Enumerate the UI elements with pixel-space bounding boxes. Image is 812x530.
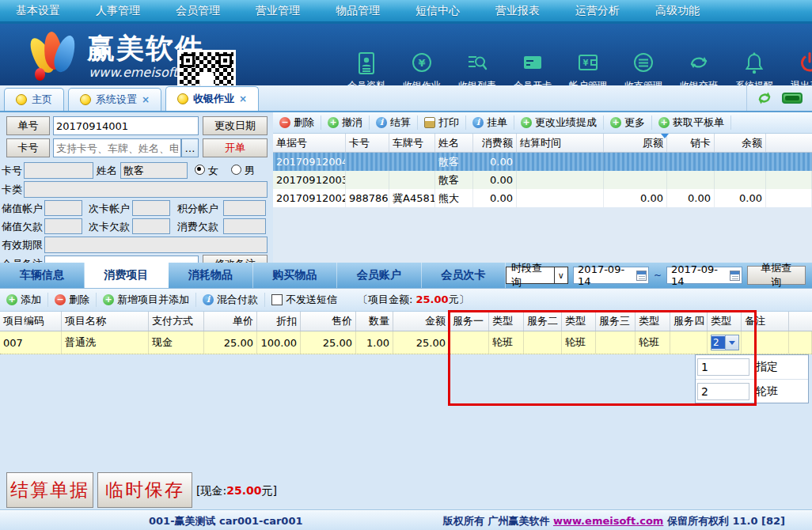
- col-type1[interactable]: 类型: [489, 312, 524, 331]
- stored-account-input[interactable]: [44, 200, 82, 216]
- card-type-input[interactable]: [24, 181, 268, 198]
- col-service3[interactable]: 服务三: [596, 312, 636, 331]
- col-name[interactable]: 姓名: [435, 134, 473, 152]
- menu-basic-settings[interactable]: 基本设置: [0, 4, 80, 18]
- col-original[interactable]: 原额: [604, 134, 667, 152]
- tab-vehicle-info[interactable]: 车辆信息: [0, 263, 85, 288]
- stored-debt-input[interactable]: [44, 218, 82, 234]
- tab-consume-items[interactable]: 消费项目: [85, 263, 169, 288]
- item-row[interactable]: 007 普通洗 现金 25.00 100.00 25.00 1.00 25.00…: [0, 331, 812, 354]
- settle-order-big-button[interactable]: 结算单据: [6, 472, 93, 508]
- menu-reports[interactable]: 营业报表: [480, 4, 560, 18]
- refresh-icon[interactable]: [757, 90, 772, 106]
- card-no-label-button[interactable]: 卡号: [6, 138, 50, 157]
- print-button[interactable]: 打印: [418, 115, 466, 130]
- tab-consumables[interactable]: 消耗物品: [169, 263, 253, 288]
- col-type2[interactable]: 类型: [562, 312, 596, 331]
- monitor-status-icon[interactable]: [782, 93, 803, 104]
- col-qty[interactable]: 数量: [356, 312, 393, 331]
- col-amount[interactable]: 金额: [393, 312, 450, 331]
- chevron-down-icon[interactable]: ∨: [554, 267, 567, 283]
- col-discount[interactable]: 折扣: [257, 312, 301, 331]
- checkbox-icon[interactable]: [271, 294, 283, 305]
- tab-home[interactable]: 主页: [4, 88, 64, 111]
- gender-female-radio[interactable]: 女: [195, 163, 218, 179]
- type4-combobox[interactable]: 2: [711, 335, 739, 350]
- calendar-icon[interactable]: [730, 271, 740, 281]
- settle-order-button[interactable]: 结算: [370, 115, 418, 130]
- col-card-no[interactable]: 卡号: [346, 134, 389, 152]
- change-date-button[interactable]: 更改日期: [203, 116, 268, 135]
- order-query-button[interactable]: 单据查询: [747, 266, 806, 285]
- col-plate-no[interactable]: 车牌号: [389, 134, 435, 152]
- hold-order-button[interactable]: 挂单: [466, 115, 514, 130]
- close-icon[interactable]: ×: [239, 93, 247, 104]
- sort-indicator-icon: [661, 134, 669, 138]
- col-card-cancel[interactable]: 销卡: [667, 134, 715, 152]
- calendar-icon[interactable]: [636, 271, 647, 281]
- tab-system-settings[interactable]: 系统设置 ×: [68, 88, 161, 111]
- gender-male-radio[interactable]: 男: [231, 163, 255, 179]
- menu-hr[interactable]: 人事管理: [80, 4, 160, 18]
- order-row[interactable]: 20170912003 散客 0.00: [273, 171, 812, 189]
- add-item-button[interactable]: 添加: [0, 293, 48, 307]
- tab-member-times-card[interactable]: 会员次卡: [422, 263, 507, 288]
- menu-members[interactable]: 会员管理: [160, 4, 240, 18]
- menu-business[interactable]: 营业管理: [240, 4, 320, 18]
- col-type3[interactable]: 类型: [636, 312, 670, 331]
- col-item-code[interactable]: 项目编码: [0, 312, 62, 331]
- validity-input[interactable]: [44, 237, 268, 253]
- order-row[interactable]: 20170912002 988786 冀A45815 熊大 0.00 0.00 …: [273, 189, 812, 207]
- emeisoft-link[interactable]: www.emeisoft.com: [553, 515, 663, 527]
- open-order-button[interactable]: 开单: [203, 138, 268, 157]
- member-card-input[interactable]: [24, 162, 93, 179]
- times-account-input[interactable]: [132, 200, 170, 216]
- mixed-payment-button[interactable]: 混合付款: [196, 293, 265, 307]
- menu-analysis[interactable]: 运营分析: [560, 4, 639, 18]
- menu-goods[interactable]: 物品管理: [320, 4, 400, 18]
- chevron-down-icon[interactable]: [725, 335, 738, 350]
- col-remark[interactable]: 备注: [742, 312, 789, 331]
- date-from-input[interactable]: 2017-09-14: [573, 267, 649, 284]
- order-row-selected[interactable]: 20170912004 散客 0.00: [273, 153, 812, 171]
- col-service1[interactable]: 服务一: [450, 312, 489, 331]
- col-service4[interactable]: 服务四: [670, 312, 708, 331]
- consume-debt-input[interactable]: [223, 218, 266, 234]
- col-unit-price[interactable]: 单价: [204, 312, 257, 331]
- col-sale-price[interactable]: 售价: [301, 312, 356, 331]
- date-to-input[interactable]: 2017-09-14: [666, 267, 742, 284]
- undo-order-button[interactable]: 撤消: [321, 115, 370, 130]
- tab-cashier-work[interactable]: 收银作业 ×: [165, 86, 259, 111]
- col-order-no[interactable]: 单据号: [273, 134, 346, 152]
- col-amount[interactable]: 消费额: [473, 134, 517, 152]
- order-no-input[interactable]: [53, 116, 199, 135]
- tab-purchased-goods[interactable]: 购买物品: [253, 263, 338, 288]
- delete-item-button[interactable]: 删除: [48, 293, 97, 307]
- dropdown-option-assigned[interactable]: 1 指定: [696, 355, 808, 380]
- new-item-add-button[interactable]: 新增项目并添加: [97, 293, 196, 307]
- no-sms-checkbox[interactable]: 不发送短信: [265, 293, 343, 307]
- card-search-input[interactable]: [53, 138, 181, 157]
- member-name-input[interactable]: [120, 162, 188, 179]
- change-commission-button[interactable]: 更改业绩提成: [514, 115, 604, 130]
- close-icon[interactable]: ×: [142, 94, 150, 105]
- col-type4[interactable]: 类型: [708, 312, 742, 331]
- get-tablet-order-button[interactable]: 获取平板单: [652, 115, 731, 130]
- times-debt-input[interactable]: [132, 218, 170, 234]
- col-item-name[interactable]: 项目名称: [62, 312, 149, 331]
- menu-sms[interactable]: 短信中心: [400, 4, 480, 18]
- delete-order-button[interactable]: 删除: [273, 115, 321, 130]
- points-account-input[interactable]: [223, 200, 266, 216]
- temp-save-button[interactable]: 临时保存: [97, 472, 192, 508]
- col-service2[interactable]: 服务二: [524, 312, 562, 331]
- more-button[interactable]: 更多: [604, 115, 652, 130]
- card-lookup-more-button[interactable]: …: [181, 138, 199, 157]
- menu-advanced[interactable]: 高级功能: [639, 4, 719, 18]
- order-no-label-button[interactable]: 单号: [6, 116, 50, 135]
- col-balance[interactable]: 余额: [715, 134, 766, 152]
- query-mode-select[interactable]: 时段查询 ∨: [506, 267, 568, 284]
- col-pay-method[interactable]: 支付方式: [149, 312, 204, 331]
- dropdown-option-rotation[interactable]: 2 轮班: [696, 380, 808, 403]
- tab-member-account[interactable]: 会员账户: [337, 263, 422, 288]
- col-settle-time[interactable]: 结算时间: [517, 134, 604, 152]
